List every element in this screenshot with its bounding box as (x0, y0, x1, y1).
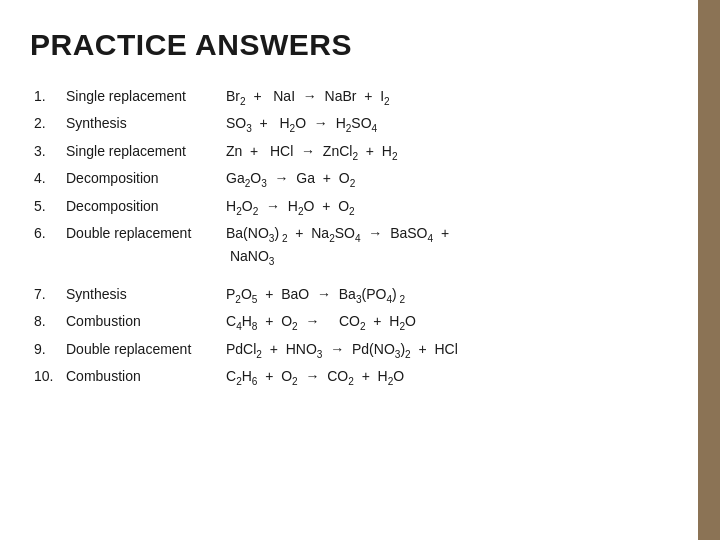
table-row: 7. Synthesis P2O5 + BaO → Ba3(PO4) 2 (30, 282, 668, 309)
page-title: PRACTICE ANSWERS (30, 28, 668, 62)
main-content: PRACTICE ANSWERS 1. Single replacement B… (0, 0, 698, 540)
row-equation: Zn + HCl → ZnCl2 + H2 (222, 139, 668, 166)
row-equation: Br2 + NaI → NaBr + I2 (222, 84, 668, 111)
row-equation: SO3 + H2O → H2SO4 (222, 111, 668, 138)
table-row: 8. Combustion C4H8 + O2 → CO2 + H2O (30, 309, 668, 336)
row-num: 3. (30, 139, 62, 166)
row-type: Combustion (62, 364, 222, 391)
row-num: 2. (30, 111, 62, 138)
table-row: 2. Synthesis SO3 + H2O → H2SO4 (30, 111, 668, 138)
row-num: 6. (30, 221, 62, 272)
row-equation: P2O5 + BaO → Ba3(PO4) 2 (222, 282, 668, 309)
row-equation: Ga2O3 → Ga + O2 (222, 166, 668, 193)
row-type: Decomposition (62, 166, 222, 193)
table-row: 1. Single replacement Br2 + NaI → NaBr +… (30, 84, 668, 111)
page: PRACTICE ANSWERS 1. Single replacement B… (0, 0, 720, 540)
answers-table: 1. Single replacement Br2 + NaI → NaBr +… (30, 84, 668, 391)
row-num: 7. (30, 282, 62, 309)
table-row: 10. Combustion C2H6 + O2 → CO2 + H2O (30, 364, 668, 391)
row-num: 10. (30, 364, 62, 391)
table-row: 5. Decomposition H2O2 → H2O + O2 (30, 194, 668, 221)
row-equation: C2H6 + O2 → CO2 + H2O (222, 364, 668, 391)
row-num: 1. (30, 84, 62, 111)
right-sidebar-bar (698, 0, 720, 540)
row-num: 9. (30, 337, 62, 364)
row-num: 8. (30, 309, 62, 336)
row-type: Single replacement (62, 139, 222, 166)
row-equation: Ba(NO3) 2 + Na2SO4 → BaSO4 + NaNO3 (222, 221, 668, 272)
row-type: Synthesis (62, 282, 222, 309)
spacer-row (30, 272, 668, 282)
row-type: Single replacement (62, 84, 222, 111)
row-type: Decomposition (62, 194, 222, 221)
row-type: Double replacement (62, 337, 222, 364)
row-type: Synthesis (62, 111, 222, 138)
table-row: 4. Decomposition Ga2O3 → Ga + O2 (30, 166, 668, 193)
row-type: Double replacement (62, 221, 222, 272)
row-equation: PdCl2 + HNO3 → Pd(NO3)2 + HCl (222, 337, 668, 364)
table-row: 9. Double replacement PdCl2 + HNO3 → Pd(… (30, 337, 668, 364)
row-equation: H2O2 → H2O + O2 (222, 194, 668, 221)
row-type: Combustion (62, 309, 222, 336)
table-row: 6. Double replacement Ba(NO3) 2 + Na2SO4… (30, 221, 668, 272)
row-num: 5. (30, 194, 62, 221)
table-row: 3. Single replacement Zn + HCl → ZnCl2 +… (30, 139, 668, 166)
row-num: 4. (30, 166, 62, 193)
row-equation: C4H8 + O2 → CO2 + H2O (222, 309, 668, 336)
